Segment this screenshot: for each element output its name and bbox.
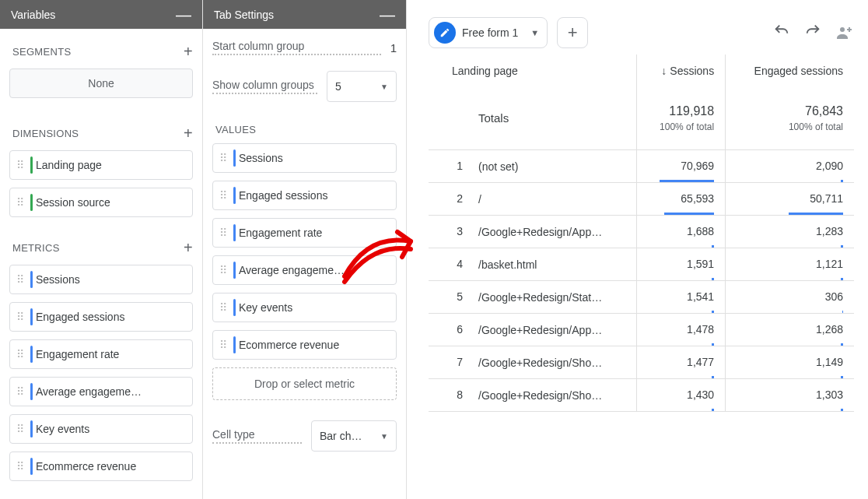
row-dimension: /Google+Redesign/Stat… bbox=[467, 280, 636, 313]
top-actions bbox=[773, 23, 854, 44]
show-column-groups-select[interactable]: 5 ▼ bbox=[327, 71, 397, 102]
metric-chip[interactable]: ⠿Engagement rate bbox=[212, 218, 397, 248]
drag-handle-icon[interactable]: ⠿ bbox=[16, 459, 24, 473]
chip-label: Average engageme… bbox=[239, 264, 345, 276]
variables-title: Variables bbox=[11, 9, 55, 21]
chip-label: Ecommerce revenue bbox=[239, 339, 339, 351]
column-header-engaged[interactable]: Engaged sessions bbox=[726, 54, 854, 87]
metric-chip[interactable]: ⠿Engaged sessions bbox=[9, 302, 193, 332]
row-dimension: /Google+Redesign/App… bbox=[467, 313, 636, 346]
drag-handle-icon[interactable]: ⠿ bbox=[16, 158, 24, 172]
svg-point-0 bbox=[840, 27, 845, 32]
column-header-engaged-text: Engaged sessions bbox=[754, 65, 843, 77]
drag-handle-icon[interactable]: ⠿ bbox=[16, 272, 24, 286]
row-sessions: 1,478 bbox=[636, 313, 726, 346]
row-engaged: 1,268 bbox=[726, 313, 854, 346]
metric-chip[interactable]: ⠿Sessions bbox=[212, 143, 397, 173]
row-dimension: /Google+Redesign/Sho… bbox=[467, 346, 636, 378]
chip-label: Session source bbox=[36, 196, 110, 209]
metric-chip[interactable]: ⠿Sessions bbox=[9, 265, 193, 294]
chip-color-bar bbox=[30, 156, 33, 174]
tab-settings-title: Tab Settings bbox=[214, 9, 274, 21]
table-row[interactable]: 2/65,59350,711 bbox=[429, 182, 854, 215]
column-header-dimension[interactable]: Landing page bbox=[429, 54, 636, 87]
column-header-dimension-text: Landing page bbox=[452, 65, 518, 77]
row-engaged: 2,090 bbox=[726, 149, 854, 182]
drag-handle-icon[interactable]: ⠿ bbox=[16, 310, 24, 324]
drag-handle-icon[interactable]: ⠿ bbox=[219, 300, 227, 315]
drag-handle-icon[interactable]: ⠿ bbox=[16, 422, 24, 436]
chip-color-bar bbox=[30, 458, 33, 475]
chip-label: Key events bbox=[239, 301, 292, 314]
column-header-sessions[interactable]: ↓Sessions bbox=[636, 54, 726, 87]
row-sessions: 1,591 bbox=[636, 248, 726, 280]
cell-type-value: Bar ch… bbox=[320, 430, 362, 442]
cell-type-select[interactable]: Bar ch… ▼ bbox=[311, 420, 397, 452]
drag-handle-icon[interactable]: ⠿ bbox=[219, 263, 227, 277]
row-dimension: (not set) bbox=[467, 149, 636, 182]
metric-chip[interactable]: ⠿Engaged sessions bbox=[212, 181, 397, 210]
chip-color-bar bbox=[30, 383, 33, 400]
table-row[interactable]: 1(not set)70,9692,090 bbox=[429, 149, 854, 182]
start-column-group-label: Start column group bbox=[212, 40, 381, 55]
row-index: 3 bbox=[429, 215, 467, 248]
drag-handle-icon[interactable]: ⠿ bbox=[219, 151, 227, 165]
add-dimension-icon[interactable]: + bbox=[184, 125, 193, 142]
chip-label: Engaged sessions bbox=[36, 311, 124, 323]
row-index: 5 bbox=[429, 280, 467, 313]
tab-settings-panel: Tab Settings — Start column group 1 Show… bbox=[203, 0, 407, 499]
chip-color-bar bbox=[233, 187, 236, 204]
dimension-chip[interactable]: ⠿Landing page bbox=[9, 150, 193, 180]
minimize-variables-icon[interactable]: — bbox=[176, 7, 191, 23]
undo-icon[interactable] bbox=[773, 23, 790, 44]
row-sessions: 1,430 bbox=[636, 378, 726, 411]
add-segment-icon[interactable]: + bbox=[184, 43, 193, 61]
drag-handle-icon[interactable]: ⠿ bbox=[219, 338, 227, 352]
drag-handle-icon[interactable]: ⠿ bbox=[16, 347, 24, 361]
add-tab-button[interactable]: + bbox=[557, 17, 588, 48]
report-tab[interactable]: Free form 1 ▼ bbox=[429, 17, 548, 48]
dimension-chip[interactable]: ⠿Session source bbox=[9, 188, 193, 217]
table-row[interactable]: 5/Google+Redesign/Stat…1,541306 bbox=[429, 280, 854, 313]
metric-chip[interactable]: ⠿Average engageme… bbox=[9, 377, 193, 406]
segments-label-text: SEGMENTS bbox=[12, 46, 71, 58]
share-icon[interactable] bbox=[835, 23, 854, 44]
add-metric-icon[interactable]: + bbox=[184, 239, 193, 257]
row-index: 7 bbox=[429, 346, 467, 378]
totals-sessions-pct: 100% of total bbox=[648, 121, 715, 132]
table-row[interactable]: 4/basket.html1,5911,121 bbox=[429, 248, 854, 280]
dimensions-section-label: DIMENSIONS + bbox=[12, 125, 193, 142]
drag-handle-icon[interactable]: ⠿ bbox=[219, 226, 227, 240]
minimize-tab-settings-icon[interactable]: — bbox=[380, 7, 395, 23]
segments-none-button[interactable]: None bbox=[9, 69, 193, 98]
metric-chip[interactable]: ⠿Key events bbox=[9, 414, 193, 444]
metric-chip[interactable]: ⠿Ecommerce revenue bbox=[212, 330, 397, 360]
metric-chip[interactable]: ⠿Key events bbox=[212, 293, 397, 322]
table-row[interactable]: 7/Google+Redesign/Sho…1,4771,149 bbox=[429, 346, 854, 378]
row-index: 4 bbox=[429, 248, 467, 280]
drag-handle-icon[interactable]: ⠿ bbox=[16, 385, 24, 399]
row-dimension: /basket.html bbox=[467, 248, 636, 280]
row-sessions: 1,477 bbox=[636, 346, 726, 378]
row-index: 8 bbox=[429, 378, 467, 411]
table-row[interactable]: 8/Google+Redesign/Sho…1,4301,303 bbox=[429, 378, 854, 411]
start-column-group-value[interactable]: 1 bbox=[390, 41, 397, 54]
row-engaged: 306 bbox=[726, 280, 854, 313]
caret-down-icon: ▼ bbox=[380, 83, 388, 91]
drag-handle-icon[interactable]: ⠿ bbox=[16, 195, 24, 209]
chip-label: Engaged sessions bbox=[239, 189, 327, 202]
metric-chip[interactable]: ⠿Engagement rate bbox=[9, 339, 193, 369]
table-row[interactable]: 3/Google+Redesign/App…1,6881,283 bbox=[429, 215, 854, 248]
metric-chip[interactable]: ⠿Ecommerce revenue bbox=[9, 452, 193, 481]
chip-label: Sessions bbox=[36, 273, 80, 286]
row-dimension: /Google+Redesign/Sho… bbox=[467, 378, 636, 411]
row-engaged: 50,711 bbox=[726, 182, 854, 215]
row-sessions: 65,593 bbox=[636, 182, 726, 215]
table-row[interactable]: 6/Google+Redesign/App…1,4781,268 bbox=[429, 313, 854, 346]
row-dimension: / bbox=[467, 182, 636, 215]
redo-icon[interactable] bbox=[804, 23, 821, 44]
values-section-label: VALUES bbox=[215, 124, 397, 135]
drag-handle-icon[interactable]: ⠿ bbox=[219, 188, 227, 202]
drop-metric-zone[interactable]: Drop or select metric bbox=[212, 367, 397, 400]
metric-chip[interactable]: ⠿Average engageme… bbox=[212, 255, 397, 285]
